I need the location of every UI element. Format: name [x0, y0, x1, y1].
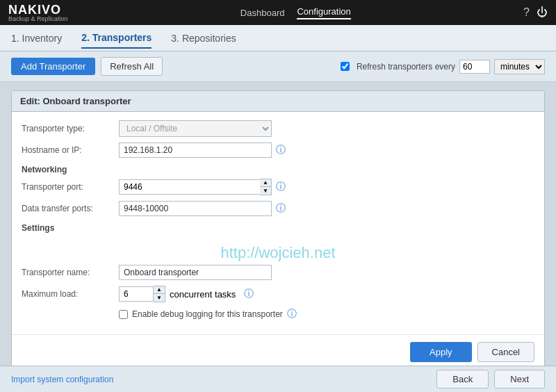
- refresh-interval-input[interactable]: [459, 60, 490, 74]
- max-load-spinner: ▲ ▼: [154, 286, 165, 302]
- nav-configuration[interactable]: Configuration: [297, 6, 350, 19]
- edit-panel-title: Edit: Onboard transporter: [12, 91, 544, 112]
- port-input[interactable]: [119, 179, 260, 195]
- settings-label: Settings: [22, 223, 534, 233]
- main-content: Edit: Onboard transporter Transporter ty…: [0, 82, 556, 378]
- concurrent-wrap: ▲ ▼ concurrent tasks ⓘ: [119, 286, 254, 302]
- toolbar: Add Transporter Refresh All Refresh tran…: [0, 51, 556, 82]
- edit-panel: Edit: Onboard transporter Transporter ty…: [11, 90, 545, 370]
- data-transfer-label: Data transfer ports:: [22, 204, 119, 213]
- transporter-type-row: Transporter type: Local / Offsite: [22, 120, 534, 137]
- max-load-spinner-wrap: ▲ ▼: [119, 286, 165, 302]
- refresh-interval-unit[interactable]: minutes: [494, 59, 545, 74]
- port-label: Transporter port:: [22, 182, 119, 192]
- bottom-bar: Import system configuration Back Next: [0, 366, 556, 392]
- refresh-all-button[interactable]: Refresh All: [101, 57, 163, 76]
- next-button[interactable]: Next: [494, 370, 545, 389]
- step-nav: 1. Inventory 2. Transporters 3. Reposito…: [0, 25, 556, 51]
- toolbar-right: Refresh transporters every minutes: [341, 59, 545, 74]
- max-load-down-button[interactable]: ▼: [154, 294, 165, 302]
- bottom-right: Back Next: [436, 370, 545, 389]
- refresh-checkbox[interactable]: [341, 62, 350, 71]
- debug-logging-label: Enable debug logging for this transporte…: [132, 309, 283, 319]
- max-load-help-icon[interactable]: ⓘ: [244, 288, 254, 300]
- watermark: http://wojcieh.net: [22, 237, 534, 265]
- step-repositories[interactable]: 3. Repositories: [171, 28, 236, 48]
- add-transporter-button[interactable]: Add Transporter: [11, 58, 95, 75]
- hostname-input[interactable]: [119, 142, 272, 158]
- transporter-name-input[interactable]: [119, 265, 272, 280]
- refresh-label: Refresh transporters every: [357, 62, 455, 72]
- cancel-button[interactable]: Cancel: [477, 342, 534, 362]
- step-transporters[interactable]: 2. Transporters: [81, 28, 152, 49]
- transporter-type-select[interactable]: Local / Offsite: [119, 120, 272, 137]
- data-transfer-row: Data transfer ports: ⓘ: [22, 201, 534, 216]
- hostname-label: Hostname or IP:: [22, 145, 119, 155]
- transporter-name-label: Transporter name:: [22, 268, 119, 277]
- apply-button[interactable]: Apply: [410, 342, 472, 362]
- hostname-help-icon[interactable]: ⓘ: [276, 144, 286, 156]
- top-icons: ? ⏻: [523, 6, 548, 19]
- concurrent-tasks-label: concurrent tasks: [170, 289, 236, 300]
- power-icon[interactable]: ⏻: [537, 6, 548, 19]
- debug-logging-row: Enable debug logging for this transporte…: [119, 308, 534, 320]
- logo: NAKIVO Backup & Replication: [8, 3, 68, 22]
- data-transfer-input[interactable]: [119, 201, 272, 216]
- back-button[interactable]: Back: [436, 370, 489, 389]
- action-row: Apply Cancel: [12, 334, 544, 369]
- port-row: Transporter port: ▲ ▼ ⓘ: [22, 179, 534, 195]
- port-up-button[interactable]: ▲: [260, 179, 271, 187]
- max-load-up-button[interactable]: ▲: [154, 286, 165, 294]
- networking-label: Networking: [22, 165, 534, 174]
- port-down-button[interactable]: ▼: [260, 187, 271, 195]
- max-load-label: Maximum load:: [22, 289, 119, 299]
- transporter-name-row: Transporter name:: [22, 265, 534, 280]
- logo-sub: Backup & Replication: [8, 16, 68, 22]
- logo-main: NAKIVO: [8, 3, 68, 16]
- debug-logging-checkbox[interactable]: [119, 310, 128, 319]
- port-spinner-wrap: ▲ ▼: [119, 179, 272, 195]
- transporter-type-label: Transporter type:: [22, 124, 119, 133]
- import-config-link[interactable]: Import system configuration: [11, 375, 113, 384]
- max-load-row: Maximum load: ▲ ▼ concurrent tasks ⓘ: [22, 286, 534, 302]
- top-bar: NAKIVO Backup & Replication Dashboard Co…: [0, 0, 556, 25]
- top-nav: Dashboard Configuration: [240, 6, 351, 19]
- step-inventory[interactable]: 1. Inventory: [11, 28, 62, 48]
- data-transfer-help-icon[interactable]: ⓘ: [276, 202, 286, 215]
- port-help-icon[interactable]: ⓘ: [276, 181, 286, 193]
- max-load-input[interactable]: [119, 286, 154, 302]
- toolbar-left: Add Transporter Refresh All: [11, 57, 163, 76]
- help-icon[interactable]: ?: [523, 6, 530, 19]
- hostname-row: Hostname or IP: ⓘ: [22, 142, 534, 158]
- debug-logging-help-icon[interactable]: ⓘ: [287, 308, 297, 320]
- port-spinner: ▲ ▼: [260, 179, 272, 195]
- edit-panel-body: Transporter type: Local / Offsite Hostna…: [12, 112, 544, 334]
- nav-dashboard[interactable]: Dashboard: [240, 8, 285, 18]
